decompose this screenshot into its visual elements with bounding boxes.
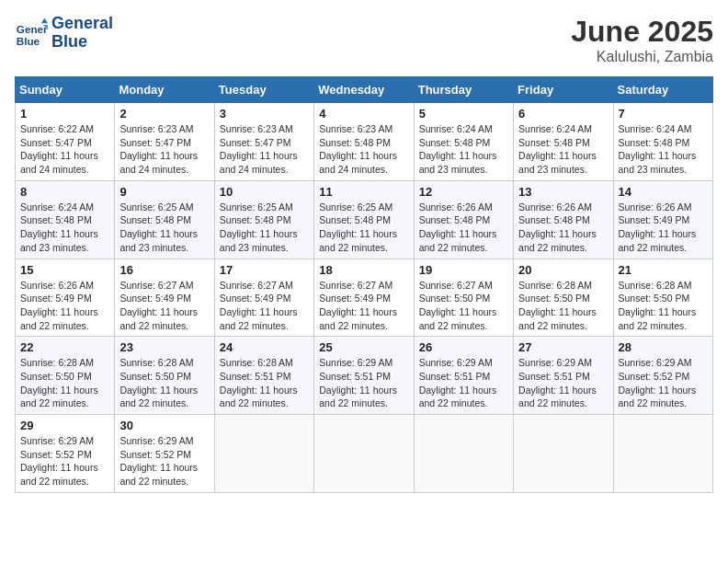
table-row: 23Sunrise: 6:28 AM Sunset: 5:50 PM Dayli… [115, 337, 214, 415]
table-row: 20Sunrise: 6:28 AM Sunset: 5:50 PM Dayli… [514, 259, 613, 337]
day-info: Sunrise: 6:28 AM Sunset: 5:51 PM Dayligh… [220, 356, 309, 410]
day-number: 27 [518, 340, 608, 354]
day-info: Sunrise: 6:28 AM Sunset: 5:50 PM Dayligh… [518, 279, 608, 333]
day-number: 11 [319, 185, 408, 199]
table-row: 13Sunrise: 6:26 AM Sunset: 5:48 PM Dayli… [514, 180, 613, 259]
table-row: 28Sunrise: 6:29 AM Sunset: 5:52 PM Dayli… [613, 337, 712, 415]
logo-line1: General [51, 15, 113, 33]
table-row: 3Sunrise: 6:23 AM Sunset: 5:47 PM Daylig… [214, 103, 313, 181]
table-row: 4Sunrise: 6:23 AM Sunset: 5:48 PM Daylig… [314, 103, 414, 181]
day-number: 10 [220, 185, 309, 199]
table-row: 29Sunrise: 6:29 AM Sunset: 5:52 PM Dayli… [16, 415, 115, 493]
table-row: 27Sunrise: 6:29 AM Sunset: 5:51 PM Dayli… [514, 337, 613, 415]
day-info: Sunrise: 6:25 AM Sunset: 5:48 PM Dayligh… [319, 201, 408, 255]
table-row: 7Sunrise: 6:24 AM Sunset: 5:48 PM Daylig… [613, 103, 712, 181]
day-number: 29 [20, 419, 109, 432]
col-monday: Monday [115, 77, 214, 103]
day-number: 16 [119, 263, 209, 277]
day-info: Sunrise: 6:24 AM Sunset: 5:48 PM Dayligh… [419, 122, 508, 177]
table-row: 18Sunrise: 6:27 AM Sunset: 5:49 PM Dayli… [314, 259, 414, 337]
day-number: 12 [419, 185, 508, 199]
title-area: June 2025 Kalulushi, Zambia [571, 15, 713, 65]
day-number: 6 [518, 107, 608, 121]
day-number: 22 [20, 340, 109, 354]
day-info: Sunrise: 6:26 AM Sunset: 5:49 PM Dayligh… [619, 201, 708, 255]
day-number: 18 [319, 263, 408, 277]
day-info: Sunrise: 6:24 AM Sunset: 5:48 PM Dayligh… [20, 201, 109, 255]
table-row: 17Sunrise: 6:27 AM Sunset: 5:49 PM Dayli… [214, 259, 313, 337]
day-number: 21 [619, 263, 708, 277]
logo: General Blue General Blue [15, 15, 113, 52]
table-row: 14Sunrise: 6:26 AM Sunset: 5:49 PM Dayli… [613, 180, 712, 259]
day-info: Sunrise: 6:23 AM Sunset: 5:47 PM Dayligh… [220, 122, 309, 177]
day-number: 3 [220, 107, 309, 121]
day-number: 5 [419, 107, 508, 121]
table-row: 25Sunrise: 6:29 AM Sunset: 5:51 PM Dayli… [314, 337, 414, 415]
logo-line2: Blue [51, 33, 113, 52]
table-row: 26Sunrise: 6:29 AM Sunset: 5:51 PM Dayli… [414, 337, 513, 415]
day-info: Sunrise: 6:25 AM Sunset: 5:48 PM Dayligh… [119, 201, 209, 255]
day-info: Sunrise: 6:28 AM Sunset: 5:50 PM Dayligh… [619, 279, 708, 333]
day-info: Sunrise: 6:24 AM Sunset: 5:48 PM Dayligh… [518, 122, 608, 177]
day-number: 25 [319, 340, 408, 354]
calendar-table: Sunday Monday Tuesday Wednesday Thursday… [15, 76, 713, 493]
day-info: Sunrise: 6:26 AM Sunset: 5:48 PM Dayligh… [518, 201, 608, 255]
day-info: Sunrise: 6:29 AM Sunset: 5:52 PM Dayligh… [119, 434, 209, 488]
day-info: Sunrise: 6:26 AM Sunset: 5:48 PM Dayligh… [419, 201, 508, 255]
calendar-subtitle: Kalulushi, Zambia [571, 49, 713, 65]
day-info: Sunrise: 6:27 AM Sunset: 5:49 PM Dayligh… [319, 279, 408, 333]
day-info: Sunrise: 6:29 AM Sunset: 5:52 PM Dayligh… [20, 434, 109, 488]
col-friday: Friday [514, 77, 613, 103]
day-number: 1 [20, 107, 109, 121]
day-number: 4 [319, 107, 408, 121]
table-row: 16Sunrise: 6:27 AM Sunset: 5:49 PM Dayli… [115, 259, 214, 337]
day-info: Sunrise: 6:27 AM Sunset: 5:50 PM Dayligh… [419, 279, 508, 333]
col-sunday: Sunday [16, 77, 115, 103]
calendar-title: June 2025 [571, 15, 713, 49]
table-row [613, 415, 712, 493]
day-info: Sunrise: 6:22 AM Sunset: 5:47 PM Dayligh… [20, 122, 109, 177]
col-tuesday: Tuesday [214, 77, 313, 103]
table-row [514, 415, 613, 493]
day-number: 13 [518, 185, 608, 199]
table-row: 12Sunrise: 6:26 AM Sunset: 5:48 PM Dayli… [414, 180, 513, 259]
day-info: Sunrise: 6:29 AM Sunset: 5:51 PM Dayligh… [518, 356, 608, 410]
table-row [214, 415, 313, 493]
table-row: 24Sunrise: 6:28 AM Sunset: 5:51 PM Dayli… [214, 337, 313, 415]
table-row: 22Sunrise: 6:28 AM Sunset: 5:50 PM Dayli… [16, 337, 115, 415]
day-info: Sunrise: 6:24 AM Sunset: 5:48 PM Dayligh… [619, 122, 708, 177]
table-row: 10Sunrise: 6:25 AM Sunset: 5:48 PM Dayli… [214, 180, 313, 259]
day-number: 24 [220, 340, 309, 354]
table-row: 8Sunrise: 6:24 AM Sunset: 5:48 PM Daylig… [16, 180, 115, 259]
calendar-week-row: 29Sunrise: 6:29 AM Sunset: 5:52 PM Dayli… [16, 415, 713, 493]
table-row: 11Sunrise: 6:25 AM Sunset: 5:48 PM Dayli… [314, 180, 414, 259]
calendar-week-row: 22Sunrise: 6:28 AM Sunset: 5:50 PM Dayli… [16, 337, 713, 415]
svg-marker-2 [41, 18, 48, 23]
day-number: 26 [419, 340, 508, 354]
header: General Blue General Blue June 2025 Kalu… [15, 15, 713, 65]
day-number: 7 [619, 107, 708, 121]
table-row: 2Sunrise: 6:23 AM Sunset: 5:47 PM Daylig… [115, 103, 214, 181]
day-number: 19 [419, 263, 508, 277]
calendar-week-row: 8Sunrise: 6:24 AM Sunset: 5:48 PM Daylig… [16, 180, 713, 259]
svg-text:Blue: Blue [17, 34, 40, 46]
col-saturday: Saturday [613, 77, 712, 103]
logo-icon: General Blue [15, 17, 48, 50]
day-info: Sunrise: 6:23 AM Sunset: 5:47 PM Dayligh… [119, 122, 209, 177]
day-info: Sunrise: 6:28 AM Sunset: 5:50 PM Dayligh… [119, 356, 209, 410]
day-info: Sunrise: 6:29 AM Sunset: 5:51 PM Dayligh… [319, 356, 408, 410]
table-row: 19Sunrise: 6:27 AM Sunset: 5:50 PM Dayli… [414, 259, 513, 337]
day-number: 8 [20, 185, 109, 199]
day-info: Sunrise: 6:28 AM Sunset: 5:50 PM Dayligh… [20, 356, 109, 410]
table-row: 30Sunrise: 6:29 AM Sunset: 5:52 PM Dayli… [115, 415, 214, 493]
table-row [314, 415, 414, 493]
day-number: 9 [119, 185, 209, 199]
day-info: Sunrise: 6:29 AM Sunset: 5:52 PM Dayligh… [619, 356, 708, 410]
svg-text:General: General [17, 23, 48, 35]
calendar-week-row: 15Sunrise: 6:26 AM Sunset: 5:49 PM Dayli… [16, 259, 713, 337]
day-number: 15 [20, 263, 109, 277]
table-row: 15Sunrise: 6:26 AM Sunset: 5:49 PM Dayli… [16, 259, 115, 337]
calendar-week-row: 1Sunrise: 6:22 AM Sunset: 5:47 PM Daylig… [16, 103, 713, 181]
day-info: Sunrise: 6:25 AM Sunset: 5:48 PM Dayligh… [220, 201, 309, 255]
col-thursday: Thursday [414, 77, 513, 103]
